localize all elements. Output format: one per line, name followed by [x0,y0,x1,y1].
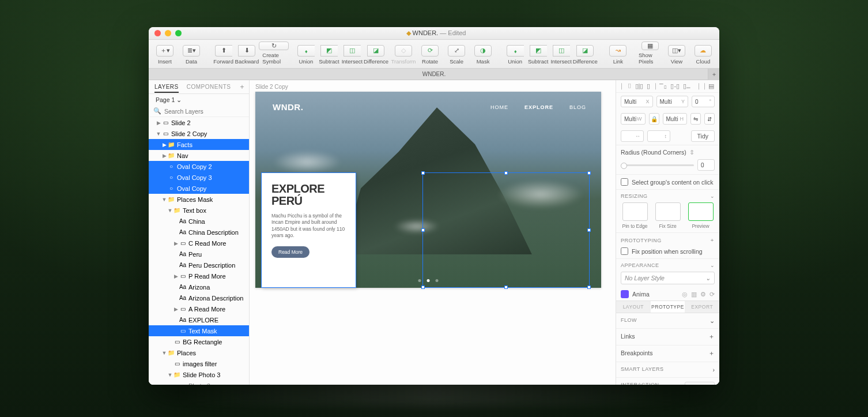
subtract2-button[interactable]: ◩Subtract [527,43,550,66]
layer-row[interactable]: ▶▭Slide 2 [149,117,249,128]
subtab-prototype[interactable]: PROTOTYPE [651,301,685,313]
chevron-down-icon[interactable]: ⌄ [710,262,715,268]
intersect2-button[interactable]: ◫Intersect [550,43,573,66]
mask-button[interactable]: ◑Mask [471,43,495,66]
layer-row[interactable]: AaArizona Description [149,292,249,303]
insert-button[interactable]: ＋▾Insert [153,43,176,66]
layer-row[interactable]: ▭BG Rectangle [149,336,249,347]
select-content-checkbox[interactable] [621,178,628,186]
show-pixels-button[interactable]: ▦Show Pixels [639,43,662,66]
link-button[interactable]: ↝Link [606,43,629,66]
layer-style-select[interactable]: No Layer Style⌄ [621,272,715,284]
chevron-down-icon[interactable]: ⌄ [710,317,715,324]
chevron-down-icon[interactable]: ⌄ [710,193,715,199]
chevron-right-icon[interactable]: › [713,366,715,373]
add-icon[interactable]: ＋ [710,236,715,244]
scale-button[interactable]: ⤢Scale [445,43,468,66]
search-input[interactable] [164,108,244,115]
layer-row[interactable]: ▼📁Places [149,347,249,358]
gear-icon[interactable]: ⚙ [700,291,706,298]
difference2-button[interactable]: ◪Difference [573,43,598,66]
page-selector[interactable]: Page 1 ⌄ [149,94,249,106]
subtab-export[interactable]: EXPORT [685,301,719,313]
add-tab-button[interactable]: ＋ [708,69,719,80]
h-input[interactable]: MultiH [663,113,688,125]
add-layer-icon[interactable]: ＋ [239,82,246,92]
layer-row[interactable]: ▼📁Text box [149,205,249,216]
layer-row[interactable]: ▭images filter [149,358,249,369]
align-left-icon[interactable]: ⎸▯ [621,82,632,90]
layer-row-text-mask[interactable]: ▭Text Mask [149,325,249,336]
refresh-icon[interactable]: ⟳ [710,291,715,298]
intersect-button[interactable]: ◫Intersect [341,43,364,66]
radius-mode-icon[interactable]: ⇕ [689,149,695,156]
subtract-button[interactable]: ◩Subtract [318,43,341,66]
sort-icon[interactable]: ⇕ [676,384,681,385]
distribute-h-icon[interactable]: ⎹⎹ [693,82,705,90]
tab-layers[interactable]: LAYERS [154,84,179,93]
distribute-v-icon[interactable]: ▤ [708,82,714,90]
forward-button[interactable]: ⬆Forward [212,43,235,66]
align-bottom-icon[interactable]: ▯⎽ [683,82,690,90]
layer-row[interactable]: ▶▭P Read More [149,271,249,281]
tidy-button[interactable]: Tidy [691,130,715,142]
layer-row[interactable]: ▶📁Nav [149,150,249,161]
layer-row-facts[interactable]: ▶📁Facts [149,139,249,150]
layer-row[interactable]: ▼📁Slide Photo 3 [149,369,249,380]
create-button[interactable]: Create [685,382,715,385]
rotate-button[interactable]: ⟳Rotate [418,43,441,66]
difference-button[interactable]: ◪Difference [364,43,388,66]
view-button[interactable]: ◫▾View [665,43,688,66]
panel-icon[interactable]: ▥ [691,291,697,298]
create-symbol-button[interactable]: ↻Create Symbol [262,43,285,66]
layer-row[interactable]: ▶▭C Read More [149,238,249,249]
layer-row[interactable]: ▭Photo 3 [149,380,249,385]
w-input[interactable]: MultiW [621,113,646,125]
flip-v-icon[interactable]: ⇵ [704,113,715,125]
y-input[interactable]: MultiY [656,96,689,107]
flip-h-icon[interactable]: ⇋ [690,113,701,125]
sync-icon[interactable]: ◎ [682,291,688,298]
align-right-icon[interactable]: ▯⎹ [647,82,656,90]
add-icon[interactable]: ＋ [708,350,715,358]
layer-row[interactable]: ▶▭A Read More [149,303,249,314]
tab-doc[interactable]: WNDER. [422,71,446,77]
radius-value[interactable]: 0 [697,159,715,171]
canvas[interactable]: Slide 2 Copy WNDR. HOME EXPLORE BLOG EXP… [250,80,616,385]
layer-row[interactable]: ▼▭Slide 2 Copy [149,128,249,139]
align-center-h-icon[interactable]: ▯|▯ [635,82,644,90]
layer-row[interactable]: ▼📁Places Mask [149,194,249,205]
minimize-icon[interactable] [165,30,171,36]
layer-row[interactable]: AaChina [149,216,249,227]
resize-preview[interactable]: Preview [686,202,715,229]
layer-row[interactable]: AaPeru [149,249,249,260]
layer-row[interactable]: ○Oval Copy 3 [149,172,249,183]
layer-row[interactable]: AaPeru Description [149,260,249,271]
zoom-icon[interactable] [175,30,182,36]
backward-button[interactable]: ⬇Backward [235,43,259,66]
lock-icon[interactable]: 🔒 [649,113,659,125]
x-input[interactable]: MultiX [621,96,653,107]
resize-fix[interactable]: Fix Size [654,202,682,229]
cloud-button[interactable]: ☁Cloud [692,43,715,66]
rotate-input[interactable]: 0° [692,96,715,107]
union2-button[interactable]: ⬧Union [504,43,527,66]
data-button[interactable]: ≣▾Data [180,43,203,66]
resize-pin[interactable]: Pin to Edge [621,202,649,229]
gap-h-input[interactable]: ↔ [621,130,644,142]
artboard-label[interactable]: Slide 2 Copy [255,84,288,90]
layer-row[interactable]: AaChina Description [149,227,249,238]
tab-components[interactable]: COMPONENTS [187,84,231,90]
add-icon[interactable]: ＋ [708,333,715,341]
fix-position-checkbox[interactable] [621,247,628,255]
union-button[interactable]: ⬧Union [295,43,318,66]
layer-row[interactable]: AaArizona [149,281,249,292]
layer-row[interactable]: ○Oval Copy [149,183,249,194]
subtab-layout[interactable]: LAYOUT [616,301,651,313]
radius-slider[interactable] [621,164,694,166]
layer-row[interactable]: ○Oval Copy 2 [149,161,249,172]
gap-v-input[interactable]: ↕ [647,130,670,142]
align-middle-icon[interactable]: ▯-▯ [670,82,680,90]
align-top-icon[interactable]: ⎺▯ [659,83,667,90]
close-icon[interactable] [154,30,161,36]
